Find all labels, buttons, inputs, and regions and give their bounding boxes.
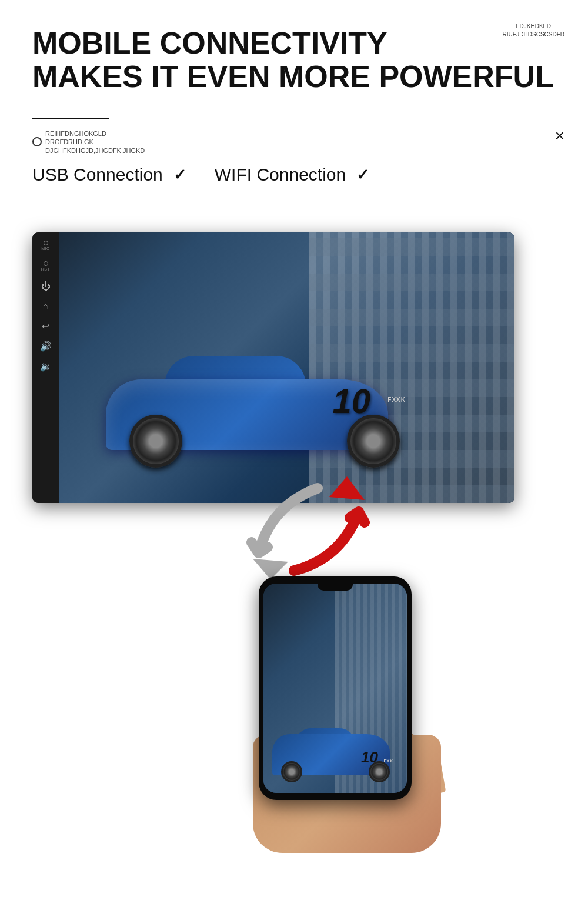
vol-up-icon: 🔊 [40, 342, 52, 351]
connection-row: USB Connection ✓ WIFI Connection ✓ [32, 165, 369, 185]
phone-wheel-left [281, 761, 302, 782]
vol-up-control[interactable]: 🔊 [40, 342, 52, 351]
phone-car-number: 10 [361, 748, 378, 766]
subtitle-text: REIHFDNGHOKGLD DRGFDRHD,GK DJGHFKDHGJD,J… [45, 129, 145, 155]
car-visualization: 10 FXXK [94, 332, 417, 468]
phone-car: 10 FXX [266, 716, 396, 787]
side-controls: MIC RST ⏻ ⌂ ↩ 🔊 🔉 [32, 232, 59, 503]
phone-device: 10 FXX [259, 576, 412, 800]
phone-notch [318, 584, 353, 591]
usb-connection-label: USB Connection [32, 165, 163, 185]
head-unit: MIC RST ⏻ ⌂ ↩ 🔊 🔉 [32, 232, 514, 503]
car-number: 10 [332, 381, 370, 421]
phone-car-brand: FXX [383, 758, 393, 764]
car-wheel-left [129, 415, 182, 468]
power-icon: ⏻ [41, 282, 51, 291]
mic-control: MIC [41, 241, 49, 251]
rst-label: RST [41, 267, 51, 271]
mic-label: MIC [41, 246, 49, 251]
title-divider [32, 118, 109, 119]
subtitle-row: REIHFDNGHOKGLD DRGFDRHD,GK DJGHFKDHGJD,J… [32, 129, 145, 155]
rst-dot [44, 261, 48, 266]
car-brand: FXXK [387, 396, 406, 403]
back-icon: ↩ [42, 322, 49, 331]
wifi-check-icon: ✓ [356, 166, 369, 184]
car-wheel-right [347, 415, 400, 468]
mic-dot [44, 241, 48, 245]
car-shape: 10 FXXK [94, 332, 417, 468]
head-unit-screen: 10 FXXK [59, 232, 514, 503]
vol-down-control[interactable]: 🔉 [40, 362, 52, 371]
home-control[interactable]: ⌂ [43, 302, 49, 311]
home-icon: ⌂ [43, 302, 49, 311]
phone-with-hand: 10 FXX [223, 565, 459, 853]
phone-screen: 10 FXX [263, 584, 407, 793]
subtitle-icon [32, 137, 42, 146]
power-control[interactable]: ⏻ [41, 282, 51, 291]
vol-down-icon: 🔉 [40, 362, 52, 371]
usb-check-icon: ✓ [173, 166, 186, 184]
page-title: MOBILE CONNECTIVITY MAKES IT EVEN MORE P… [32, 26, 554, 94]
close-button[interactable]: × [555, 126, 564, 145]
wifi-connection-label: WIFI Connection [215, 165, 346, 185]
back-control[interactable]: ↩ [42, 322, 49, 331]
rst-control: RST [41, 261, 51, 271]
